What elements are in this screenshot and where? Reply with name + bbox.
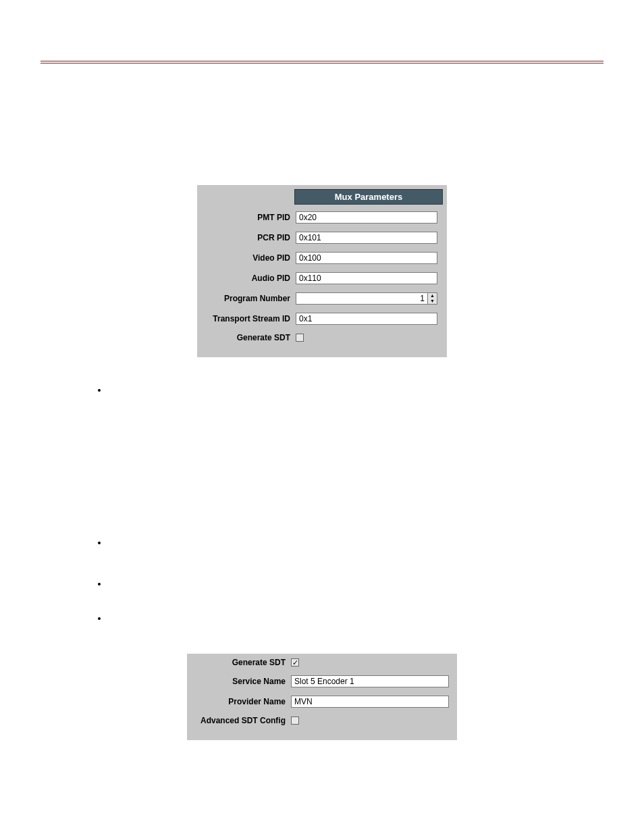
bullet-3 <box>108 578 603 589</box>
row-pcr-pid: PCR PID <box>201 232 443 244</box>
input-program-number[interactable] <box>296 292 428 305</box>
spinner-down-icon[interactable]: ▼ <box>428 298 437 304</box>
program-number-spinner: ▲ ▼ <box>296 292 437 305</box>
row-generate-sdt: Generate SDT <box>201 333 443 342</box>
label-video-pid: Video PID <box>201 253 296 263</box>
row-advanced-sdt-config: Advanced SDT Config <box>191 716 453 725</box>
row-program-number: Program Number ▲ ▼ <box>201 292 443 305</box>
page-divider <box>41 61 603 63</box>
sdt-panel: Generate SDT ✓ Service Name Provider Nam… <box>187 654 457 740</box>
label-pmt-pid: PMT PID <box>201 213 296 222</box>
bullet-list <box>41 384 603 623</box>
input-pcr-pid[interactable] <box>296 232 437 244</box>
label-generate-sdt: Generate SDT <box>201 333 296 342</box>
bullet-4 <box>108 613 603 623</box>
row-video-pid: Video PID <box>201 252 443 264</box>
bullet-2 <box>108 537 603 548</box>
row-pmt-pid: PMT PID <box>201 211 443 224</box>
label-pcr-pid: PCR PID <box>201 233 296 242</box>
input-service-name[interactable] <box>291 675 449 687</box>
row-audio-pid: Audio PID <box>201 272 443 284</box>
label-transport-stream-id: Transport Stream ID <box>201 314 296 323</box>
row-transport-stream-id: Transport Stream ID <box>201 313 443 325</box>
row-generate-sdt-2: Generate SDT ✓ <box>191 658 453 667</box>
checkbox-generate-sdt[interactable] <box>296 334 304 342</box>
spinner-buttons: ▲ ▼ <box>428 292 437 305</box>
row-provider-name: Provider Name <box>191 696 453 708</box>
label-program-number: Program Number <box>201 294 296 303</box>
label-generate-sdt-2: Generate SDT <box>191 658 291 667</box>
checkbox-advanced-sdt-config[interactable] <box>291 716 299 725</box>
checkbox-generate-sdt-2[interactable]: ✓ <box>291 658 299 667</box>
input-provider-name[interactable] <box>291 696 449 708</box>
row-service-name: Service Name <box>191 675 453 687</box>
label-audio-pid: Audio PID <box>201 273 296 283</box>
label-provider-name: Provider Name <box>191 697 291 706</box>
input-pmt-pid[interactable] <box>296 211 437 224</box>
input-video-pid[interactable] <box>296 252 437 264</box>
spinner-up-icon[interactable]: ▲ <box>428 293 437 298</box>
input-transport-stream-id[interactable] <box>296 313 437 325</box>
input-audio-pid[interactable] <box>296 272 437 284</box>
bullet-1 <box>108 384 603 395</box>
mux-parameters-header: Mux Parameters <box>294 189 443 205</box>
label-advanced-sdt-config: Advanced SDT Config <box>191 716 291 725</box>
mux-parameters-panel: Mux Parameters PMT PID PCR PID Video PID… <box>197 185 447 357</box>
label-service-name: Service Name <box>191 677 291 686</box>
